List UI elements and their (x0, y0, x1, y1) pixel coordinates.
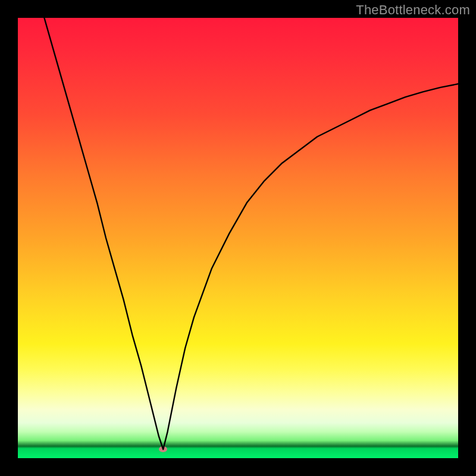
plot-area (18, 18, 458, 458)
bottleneck-curve (18, 18, 458, 458)
watermark-text: TheBottleneck.com (356, 2, 470, 18)
chart-container: TheBottleneck.com (0, 0, 476, 476)
